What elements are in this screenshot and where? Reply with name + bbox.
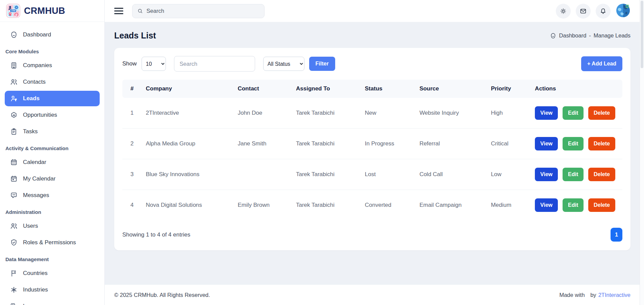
view-button[interactable]: View [535, 106, 558, 120]
cell-priority: Low [487, 159, 531, 190]
sidebar-nav: Dashboard Core Modules Companies Contact… [0, 22, 104, 305]
view-button[interactable]: View [535, 168, 558, 181]
pagination-page-1-button[interactable]: 1 [611, 228, 622, 242]
theme-toggle-button[interactable] [556, 4, 571, 19]
global-search-input[interactable] [147, 8, 259, 14]
sidebar-item-label: Industries [23, 286, 48, 293]
heart-gap [587, 292, 589, 298]
sidebar-item-countries[interactable]: Countries [5, 266, 100, 281]
sidebar-item-companies[interactable]: Companies [5, 58, 100, 73]
page-scrollbar[interactable] [640, 0, 644, 305]
topbar-actions [556, 4, 630, 19]
cell-assigned-to: Tarek Tarabichi [292, 98, 361, 129]
page-footer: © 2025 CRMHub. All Rights Reserved. Made… [105, 285, 644, 305]
edit-button[interactable]: Edit [563, 106, 584, 120]
sidebar-item-label: Messages [23, 192, 49, 199]
cell-num: 4 [122, 190, 142, 221]
view-button[interactable]: View [535, 137, 558, 150]
topbar [105, 0, 644, 22]
table-footer: Showing 1 to 4 of 4 entries 1 [122, 228, 622, 242]
opportunities-chart-icon [10, 111, 18, 119]
cell-num: 2 [122, 129, 142, 159]
cell-source: Cold Call [415, 159, 487, 190]
language-globe-button[interactable] [616, 4, 630, 19]
table-search-input[interactable] [174, 56, 255, 72]
delete-button[interactable]: Delete [588, 137, 615, 150]
sidebar-item-leads[interactable]: Leads [5, 91, 100, 106]
cell-status: Converted [361, 190, 416, 221]
sidebar-item-calendar[interactable]: Calendar [5, 155, 100, 170]
sidebar-item-opportunities[interactable]: Opportunities [5, 107, 100, 123]
sidebar-item-roles-permissions[interactable]: Roles & Permissions [5, 235, 100, 250]
cell-contact [233, 159, 292, 190]
cell-num: 3 [122, 159, 142, 190]
cell-company: 2TInteractive [142, 98, 234, 129]
filter-button[interactable]: Filter [309, 57, 335, 71]
show-label: Show [122, 60, 137, 67]
flag-icon [10, 269, 18, 277]
sidebar-item-label: Contacts [23, 79, 46, 85]
sidebar-item-languages[interactable]: Languages [5, 299, 100, 305]
leads-table: # Company Contact Assigned To Status Sou… [122, 80, 622, 220]
sidebar-item-label: Tasks [23, 128, 38, 135]
breadcrumb-current: Manage Leads [594, 32, 630, 39]
brand-name: CRMHUB [24, 6, 65, 16]
clipboard-icon [10, 128, 18, 136]
cell-actions: View Edit Delete [531, 190, 622, 221]
home-icon [550, 32, 556, 39]
col-header-contact: Contact [233, 80, 292, 98]
add-lead-button[interactable]: + Add Lead [581, 56, 622, 71]
sidebar-item-my-calendar[interactable]: My Calendar [5, 171, 100, 187]
col-header-priority: Priority [487, 80, 531, 98]
sidebar-item-label: Countries [23, 270, 48, 277]
edit-button[interactable]: Edit [563, 168, 584, 181]
edit-button[interactable]: Edit [563, 198, 584, 212]
col-header-status: Status [361, 80, 416, 98]
leads-card: Show 10 All Status Filter + Add Lead [114, 48, 630, 250]
users-icon [10, 222, 18, 230]
delete-button[interactable]: Delete [588, 198, 615, 212]
sidebar-item-label: Languages [23, 303, 51, 305]
credit-link[interactable]: 2TInteractive [598, 292, 630, 298]
notifications-button[interactable] [596, 4, 611, 19]
menu-icon[interactable] [114, 8, 123, 14]
by-text: by [590, 292, 596, 298]
cell-source: Email Campaign [415, 190, 487, 221]
per-page-select[interactable]: 10 [142, 57, 166, 71]
table-row: 4 Nova Digital Solutions Emily Brown Tar… [122, 190, 622, 221]
page-title: Leads List [114, 31, 156, 40]
status-filter-select[interactable]: All Status [263, 57, 304, 71]
app-window: CRMHUB Dashboard Core Modules Companies … [0, 0, 644, 305]
cell-assigned-to: Tarek Tarabichi [292, 190, 361, 221]
edit-button[interactable]: Edit [563, 137, 584, 150]
delete-button[interactable]: Delete [588, 106, 615, 120]
sidebar-item-label: Roles & Permissions [23, 239, 76, 246]
mail-button[interactable] [576, 4, 591, 19]
translate-icon [10, 302, 18, 305]
scrollbar-thumb[interactable] [641, 1, 643, 68]
cell-priority: Critical [487, 129, 531, 159]
cell-source: Referral [415, 129, 487, 159]
breadcrumb-dashboard-link[interactable]: Dashboard [559, 32, 587, 39]
sidebar-item-messages[interactable]: Messages [5, 188, 100, 203]
col-header-assigned-to: Assigned To [292, 80, 361, 98]
sidebar-item-label: My Calendar [23, 175, 55, 182]
cell-actions: View Edit Delete [531, 98, 622, 129]
sidebar-item-industries[interactable]: Industries [5, 282, 100, 298]
sidebar-section-administration: Administration [5, 204, 100, 217]
sidebar-item-dashboard[interactable]: Dashboard [5, 27, 100, 43]
cell-priority: High [487, 98, 531, 129]
cell-contact: John Doe [233, 98, 292, 129]
sidebar-item-tasks[interactable]: Tasks [5, 124, 100, 139]
bell-icon [599, 7, 607, 15]
sidebar-header: CRMHUB [0, 0, 104, 22]
sidebar-item-label: Opportunities [23, 112, 57, 118]
sidebar-item-users[interactable]: Users [5, 218, 100, 234]
sidebar-item-contacts[interactable]: Contacts [5, 74, 100, 90]
sidebar-item-label: Users [23, 223, 38, 229]
home-icon [10, 31, 18, 39]
delete-button[interactable]: Delete [588, 168, 615, 181]
view-button[interactable]: View [535, 198, 558, 212]
contacts-icon [10, 78, 18, 86]
table-row: 1 2TInteractive John Doe Tarek Tarabichi… [122, 98, 622, 129]
